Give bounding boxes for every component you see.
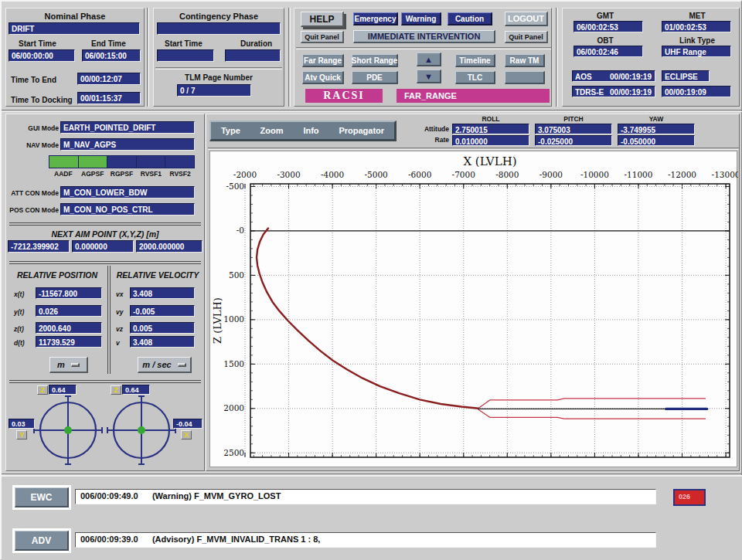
velocity-unit-dropdown[interactable]: m / sec	[138, 357, 192, 373]
met-value: 01/00:02:53	[662, 21, 731, 32]
ewc-message-field: 006/00:09:49.0 (Warning) F_MVM_GYRO_LOST	[75, 489, 656, 504]
logout-button[interactable]: LOGOUT	[505, 12, 548, 26]
ewc-button-frame: EWC	[12, 485, 71, 510]
eclipse-label-field: ECLIPSE	[662, 70, 710, 82]
att-con-mode-label: ATT CON Mode	[6, 189, 59, 197]
pos-z-value: 2000.640	[36, 322, 102, 334]
divider	[155, 67, 282, 70]
immediate-intervention-button[interactable]: IMMEDIATE INTERVENTION	[353, 30, 495, 43]
emergency-button[interactable]: Emergency	[353, 12, 398, 25]
divider	[2, 110, 742, 112]
roll-rate-value: 0.010000	[452, 135, 529, 146]
vel-v-value: 3.408	[130, 336, 195, 348]
guidance-panel: GUI Mode EARTH_POINTED_DRIFT NAV Mode M_…	[5, 114, 205, 471]
adv-message-field: 006/00:09:39.0 (Advisory) F_MVM_INVALID_…	[75, 532, 656, 548]
pitch-header: PITCH	[535, 115, 612, 123]
yaw-header: YAW	[618, 115, 695, 123]
obt-value: 06/00:02:46	[574, 46, 643, 57]
pos-con-mode-label: POS CON Mode	[6, 206, 59, 214]
roll-attitude-value: 2.750015	[452, 124, 529, 134]
caution-button[interactable]: Caution	[448, 12, 492, 25]
menu-zoom[interactable]: Zoom	[260, 126, 284, 135]
link-type-label: Link Type	[655, 36, 739, 45]
time-to-docking-value: 00/01:15:37	[77, 92, 141, 104]
menu-propagator[interactable]: Propagator	[339, 126, 384, 135]
gui-mode-value: EARTH_POINTED_DRIFT	[60, 121, 195, 134]
svg-text:-8000: -8000	[495, 170, 519, 179]
divider	[208, 148, 739, 150]
alarm-nav-panel: HELP Emergency Warning Caution LOGOUT Qu…	[294, 8, 552, 107]
down-arrow-icon: ▼	[424, 72, 433, 81]
tdrs-field: TDRS-E00/00:19:19	[572, 86, 655, 97]
timeline-button[interactable]: Timeline	[455, 54, 495, 67]
divider	[9, 261, 201, 264]
tdrs-label: TDRS-E	[575, 87, 604, 97]
adv-button[interactable]: ADV	[15, 531, 69, 551]
far-range-button[interactable]: Far Range	[302, 54, 344, 67]
nominal-start-value: 06/00:00:00	[9, 49, 75, 62]
met-label: MET	[655, 12, 739, 20]
quit-panel-right-button[interactable]: Quit Panel	[505, 31, 548, 43]
page-up-button[interactable]: ▲	[417, 53, 441, 66]
menu-info[interactable]: Info	[303, 126, 318, 135]
position-unit-dropdown[interactable]: m	[49, 357, 88, 373]
blank-button[interactable]	[505, 71, 545, 84]
roll-header: ROLL	[452, 115, 529, 123]
flag-label-rvsf2: RVSF2	[165, 170, 195, 178]
flag-label-aadf: AADF	[49, 170, 78, 178]
svg-text:-6000: -6000	[408, 170, 431, 179]
pos-con-mode-value: M_CON_NO_POS_CTRL	[60, 203, 195, 216]
svg-text:-13000: -13000	[712, 170, 738, 179]
contingency-start-label: Start Time	[165, 39, 203, 48]
gauge-x-value: -0.04	[173, 419, 203, 429]
page-down-button[interactable]: ▼	[417, 70, 441, 83]
divider	[9, 380, 201, 383]
gmt-value: 06/00:02:53	[574, 21, 643, 32]
divider	[107, 266, 111, 374]
svg-text:-10000: -10000	[580, 170, 609, 179]
gui-mode-label: GUI Mode	[6, 124, 59, 132]
time-panel: GMT MET 06/00:02:53 01/00:02:53 OBT Link…	[562, 8, 740, 107]
time-to-end-value: 00/00:12:07	[77, 73, 141, 85]
nominal-start-label: Start Time	[19, 39, 56, 48]
trajectory-panel: Type Zoom Info Propagator Attitude Rate …	[206, 114, 740, 471]
pitch-rate-value: -0.025000	[535, 135, 612, 146]
nav-flag-labels: AADFAGPSFRGPSFRVSF1RVSF2	[49, 170, 195, 178]
yaw-rate-value: -0.050000	[618, 135, 695, 146]
pos-y-label: y(t)	[14, 308, 24, 316]
menu-type[interactable]: Type	[221, 126, 240, 135]
tlc-button[interactable]: TLC	[455, 71, 495, 84]
divider	[288, 8, 291, 107]
aos-time: 00/00:19:19	[610, 72, 652, 81]
svg-text:1500: 1500	[223, 359, 244, 368]
gauge-z-value-right: 0.64	[122, 385, 150, 395]
short-range-button[interactable]: Short Range	[352, 54, 398, 67]
tlm-page-label: TLM Page Number	[154, 73, 284, 82]
pos-d-value: 11739.529	[36, 336, 102, 348]
gmt-label: GMT	[563, 12, 648, 20]
dropdown-dash-icon	[71, 363, 80, 367]
nav-mode-label: NAV Mode	[6, 141, 59, 149]
svg-text:-11000: -11000	[624, 170, 652, 179]
flag-label-rvsf1: RVSF1	[136, 170, 165, 178]
gauge-dot	[138, 426, 145, 434]
help-button[interactable]: HELP	[301, 12, 344, 27]
atv-quick-button[interactable]: Atv Quick	[302, 71, 344, 84]
next-aim-point-title: NEXT AIM POINT (X,Y,Z) [m]	[6, 229, 204, 239]
nav-mode-value: M_NAV_AGPS	[60, 138, 195, 151]
app-name-badge: RACSI	[305, 89, 383, 103]
pde-button[interactable]: PDE	[352, 71, 398, 84]
nominal-end-label: End Time	[91, 39, 126, 48]
svg-text:-12000: -12000	[668, 170, 696, 179]
racsi-main-window: Nominal Phase DRIFT Start Time End Time …	[0, 0, 742, 560]
raw-tm-button[interactable]: Raw TM	[505, 54, 545, 67]
relative-position-title: RELATIVE POSITION	[11, 270, 104, 280]
tdrs-time: 00/00:19:19	[610, 87, 652, 97]
quit-panel-left-button[interactable]: Quit Panel	[301, 31, 344, 43]
rate-row-label: Rate	[397, 136, 449, 144]
divider	[147, 8, 149, 107]
svg-text:-0: -0	[237, 226, 244, 235]
ewc-button[interactable]: EWC	[15, 487, 69, 507]
warning-button[interactable]: Warning	[401, 12, 441, 25]
svg-text:-5000: -5000	[365, 170, 388, 179]
